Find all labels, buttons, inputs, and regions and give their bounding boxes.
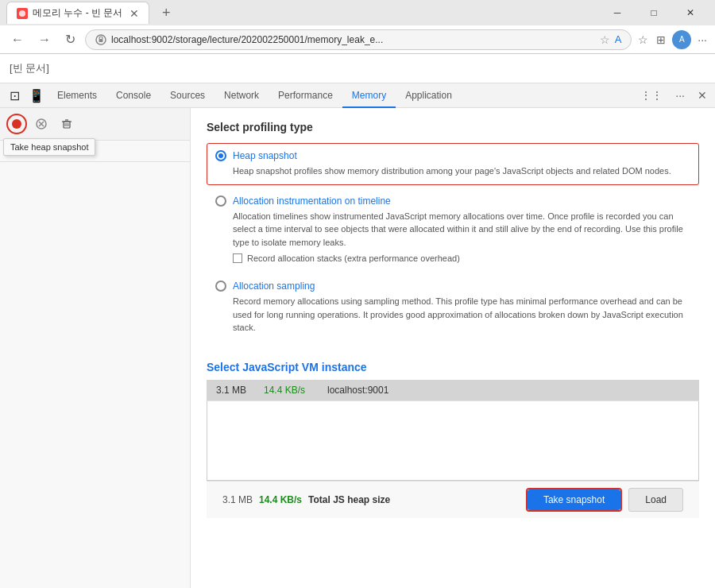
- page-title: [빈 문서]: [10, 61, 49, 75]
- left-panel: Take heap snapshot Profiles: [0, 108, 191, 588]
- checkbox-record-stacks[interactable]: [233, 253, 242, 263]
- trash-icon: [61, 118, 72, 130]
- svg-rect-2: [99, 39, 103, 42]
- url-box[interactable]: localhost:9002/storage/lecture/202002250…: [85, 29, 632, 50]
- title-bar: 메모리 누수 - 빈 문서 ✕ + ─ □ ✕: [0, 0, 715, 25]
- star-icon[interactable]: ☆: [600, 33, 610, 46]
- footer-buttons: Take snapshot Load: [526, 488, 683, 512]
- option-allocation-sampling[interactable]: Allocation sampling Record memory alloca…: [207, 273, 699, 342]
- checkbox-record-stacks-label: Record allocation stacks (extra performa…: [247, 253, 460, 263]
- devtools-tabs-bar: ⊡ 📱 Elements Console Sources Network Per…: [0, 83, 715, 108]
- url-text: localhost:9002/storage/lecture/202002250…: [111, 34, 595, 45]
- left-toolbar: Take heap snapshot: [0, 108, 190, 141]
- footer-size: 3.1 MB: [222, 494, 253, 505]
- tab-memory[interactable]: Memory: [342, 83, 396, 108]
- radio-heap[interactable]: [215, 150, 226, 161]
- tab-title: 메모리 누수 - 빈 문서: [33, 6, 122, 20]
- window-controls: ─ □ ✕: [599, 0, 709, 25]
- option-allocation-desc: Allocation timelines show instrumented J…: [215, 210, 690, 250]
- address-bar-icons: ☆ ⊞ A ···: [636, 30, 709, 49]
- option-sampling-desc: Record memory allocations using sampling…: [215, 295, 690, 335]
- option-heap-snapshot[interactable]: Heap snapshot Heap snapshot profiles sho…: [207, 143, 699, 185]
- favorites-button[interactable]: ☆: [636, 32, 650, 48]
- tab-elements[interactable]: Elements: [48, 83, 106, 108]
- option-allocation-timeline[interactable]: Allocation instrumentation on timeline A…: [207, 188, 699, 271]
- vm-empty-area: [207, 401, 699, 481]
- vm-size: 3.1 MB: [216, 385, 264, 396]
- vm-section-title: Select JavaScript VM instance: [207, 361, 699, 373]
- radio-allocation[interactable]: [215, 195, 226, 207]
- devtools-tab-icons: ⋮⋮ ··· ✕: [636, 87, 712, 103]
- option-heap-desc: Heap snapshot profiles show memory distr…: [215, 164, 690, 178]
- option-allocation-header: Allocation instrumentation on timeline: [215, 195, 690, 207]
- record-button[interactable]: [6, 114, 27, 134]
- maximize-button[interactable]: □: [636, 0, 672, 25]
- minimize-button[interactable]: ─: [599, 0, 636, 25]
- stop-button[interactable]: [30, 113, 52, 135]
- stop-icon: [36, 118, 47, 130]
- tab-sources[interactable]: Sources: [160, 83, 214, 108]
- clear-button[interactable]: [56, 113, 78, 135]
- radio-sampling[interactable]: [215, 280, 226, 292]
- page-area: [빈 문서]: [0, 54, 715, 83]
- close-button[interactable]: ✕: [672, 0, 709, 25]
- vm-rate: 14.4 KB/s: [264, 385, 327, 396]
- footer-bar: 3.1 MB 14.4 KB/s Total JS heap size Take…: [207, 481, 699, 518]
- footer-heap-label: Total JS heap size: [308, 494, 390, 505]
- take-snapshot-wrapper: Take snapshot: [526, 488, 622, 512]
- right-panel: Select profiling type Heap snapshot Heap…: [191, 108, 715, 588]
- tab-close-button[interactable]: ✕: [129, 7, 139, 20]
- take-snapshot-button[interactable]: Take snapshot: [528, 489, 620, 510]
- main-content: Take heap snapshot Profiles Select profi…: [0, 108, 715, 588]
- tab-network[interactable]: Network: [214, 83, 269, 108]
- tab-favicon: [17, 8, 28, 19]
- select-profiling-title: Select profiling type: [207, 121, 699, 133]
- tab-application[interactable]: Application: [396, 83, 462, 108]
- vm-instances-container: 3.1 MB 14.4 KB/s localhost:9001: [207, 380, 699, 481]
- svg-point-0: [19, 10, 25, 17]
- checkbox-record-stacks-row: Record allocation stacks (extra performa…: [215, 253, 690, 263]
- load-button[interactable]: Load: [628, 488, 683, 512]
- option-heap-label[interactable]: Heap snapshot: [233, 150, 297, 161]
- browser-tab[interactable]: 메모리 누수 - 빈 문서 ✕: [6, 2, 149, 24]
- devtools-select-tool[interactable]: ⊡: [3, 84, 25, 106]
- tab-performance[interactable]: Performance: [269, 83, 342, 108]
- back-button[interactable]: ←: [6, 31, 29, 48]
- new-tab-button[interactable]: +: [156, 5, 177, 21]
- record-indicator: [12, 119, 21, 129]
- tab-console[interactable]: Console: [106, 83, 160, 108]
- refresh-button[interactable]: ↻: [60, 30, 80, 48]
- vm-instance-row[interactable]: 3.1 MB 14.4 KB/s localhost:9001: [207, 380, 699, 401]
- lock-icon: [95, 34, 106, 45]
- footer-stats: 3.1 MB 14.4 KB/s Total JS heap size: [222, 494, 390, 505]
- devtools-mobile-tool[interactable]: 📱: [25, 84, 48, 106]
- translate-icon[interactable]: A: [615, 33, 622, 45]
- option-sampling-header: Allocation sampling: [215, 280, 690, 292]
- footer-rate: 14.4 KB/s: [259, 494, 302, 505]
- forward-button[interactable]: →: [33, 31, 56, 48]
- vm-name: localhost:9001: [327, 385, 690, 396]
- address-bar: ← → ↻ localhost:9002/storage/lecture/202…: [0, 25, 715, 54]
- tooltip-take-heap-snapshot: Take heap snapshot: [3, 138, 95, 156]
- option-sampling-label[interactable]: Allocation sampling: [233, 280, 315, 292]
- settings-button[interactable]: ···: [696, 32, 709, 48]
- profile-avatar[interactable]: A: [672, 30, 691, 49]
- collections-button[interactable]: ⊞: [655, 32, 667, 48]
- profiling-options: Heap snapshot Heap snapshot profiles sho…: [207, 143, 699, 345]
- option-allocation-label[interactable]: Allocation instrumentation on timeline: [233, 195, 391, 207]
- option-heap-header: Heap snapshot: [215, 150, 690, 161]
- title-bar-left: 메모리 누수 - 빈 문서 ✕ +: [6, 2, 177, 24]
- customize-devtools-button[interactable]: ⋮⋮: [636, 87, 667, 103]
- more-tabs-button[interactable]: ···: [671, 87, 690, 103]
- close-devtools-button[interactable]: ✕: [693, 87, 712, 103]
